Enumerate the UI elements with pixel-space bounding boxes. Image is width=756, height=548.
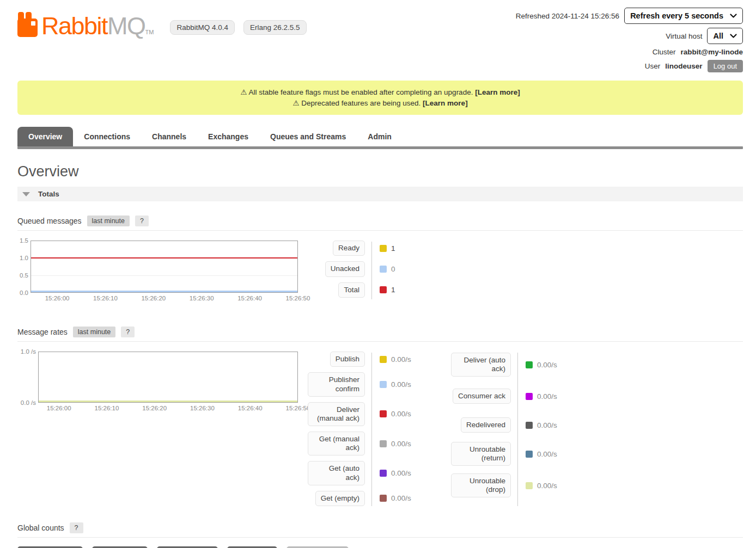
unacked-label[interactable]: Unacked xyxy=(325,261,365,276)
rabbitmq-logo: RabbitMQTM xyxy=(17,12,154,37)
learn-more-link-2[interactable]: [Learn more] xyxy=(423,99,468,107)
user-label: User xyxy=(645,62,661,70)
unroutable-return-label[interactable]: Unroutable (return) xyxy=(451,442,511,466)
chevron-down-icon xyxy=(730,11,737,20)
unacked-value: 0 xyxy=(391,265,395,273)
get-manual-ack-label[interactable]: Get (manual ack) xyxy=(308,432,365,455)
queued-legend-column: Ready 1 Unacked 0 Total xyxy=(308,241,419,305)
queued-range-badge[interactable]: last minute xyxy=(87,215,130,226)
x-tick: 15:26:40 xyxy=(237,295,262,301)
totals-section-header[interactable]: Totals xyxy=(17,187,743,201)
publish-swatch-icon xyxy=(380,356,387,363)
brand-tm: TM xyxy=(145,29,154,35)
get-empty-swatch-icon xyxy=(380,495,387,502)
ready-label[interactable]: Ready xyxy=(333,241,365,256)
queued-messages-chart: 1.5 1.0 0.5 0.0 15:26:00 15:26:10 15:26:… xyxy=(17,241,298,305)
warning-banner: ⚠ All stable feature flags must be enabl… xyxy=(17,81,743,115)
message-rates-chart-row: 1.0 /s 0.0 /s 15:26:00 15:26:10 15:26:20… xyxy=(17,352,743,512)
learn-more-link-1[interactable]: [Learn more] xyxy=(475,88,520,96)
redelivered-swatch-icon xyxy=(526,422,533,429)
refresh-interval-value: Refresh every 5 seconds xyxy=(630,11,723,20)
unacked-line xyxy=(31,291,297,292)
legend-row-publish: Publish 0.00/s xyxy=(308,352,419,367)
unroutable-return-value: 0.00/s xyxy=(537,450,557,458)
total-label[interactable]: Total xyxy=(338,282,365,298)
tab-exchanges[interactable]: Exchanges xyxy=(197,127,259,146)
refresh-interval-select[interactable]: Refresh every 5 seconds xyxy=(624,8,743,24)
tab-connections[interactable]: Connections xyxy=(73,127,141,146)
vhost-select[interactable]: All xyxy=(707,28,743,44)
vhost-value: All xyxy=(713,32,723,40)
cluster-label: Cluster xyxy=(653,48,676,56)
get-auto-ack-label[interactable]: Get (auto ack) xyxy=(308,461,365,485)
queued-messages-header: Queued messages last minute ? xyxy=(17,215,743,231)
rabbitmq-overview-page: RabbitMQTM RabbitMQ 4.0.4 Erlang 26.2.5.… xyxy=(0,0,756,548)
rates-y-axis: 1.0 /s 0.0 /s xyxy=(17,352,38,403)
main-tabs: Overview Connections Channels Exchanges … xyxy=(17,127,743,146)
rates-legend-column-1: Publish 0.00/s Publisher confirm 0.00/s … xyxy=(308,352,419,512)
queued-messages-chart-row: 1.5 1.0 0.5 0.0 15:26:00 15:26:10 15:26:… xyxy=(17,241,743,305)
total-swatch-icon xyxy=(380,286,387,293)
message-rates-legend: Publish 0.00/s Publisher confirm 0.00/s … xyxy=(308,352,565,512)
consumer-ack-value: 0.00/s xyxy=(537,392,557,401)
collapse-caret-icon[interactable] xyxy=(22,192,30,196)
queued-x-axis: 15:26:00 15:26:10 15:26:20 15:26:30 15:2… xyxy=(31,295,298,305)
publisher-confirm-label[interactable]: Publisher confirm xyxy=(308,372,365,396)
tab-admin[interactable]: Admin xyxy=(357,127,403,146)
legend-row-unacked: Unacked 0 xyxy=(308,261,419,276)
chevron-down-icon xyxy=(730,32,737,40)
y-tick: 1.0 /s xyxy=(21,348,36,355)
tab-queues-and-streams[interactable]: Queues and Streams xyxy=(259,127,357,146)
global-counts-help-icon[interactable]: ? xyxy=(70,522,83,533)
publish-label[interactable]: Publish xyxy=(330,352,365,367)
top-bar: RabbitMQTM RabbitMQ 4.0.4 Erlang 26.2.5.… xyxy=(17,8,743,76)
unroutable-drop-label[interactable]: Unroutable (drop) xyxy=(451,473,511,497)
x-tick: 15:26:00 xyxy=(45,295,70,301)
get-empty-label[interactable]: Get (empty) xyxy=(315,491,365,506)
logout-button[interactable]: Log out xyxy=(708,60,743,72)
get-auto-ack-swatch-icon xyxy=(380,470,387,477)
unacked-swatch-icon xyxy=(380,266,387,273)
tab-overview[interactable]: Overview xyxy=(17,127,73,146)
brand-row: RabbitMQTM RabbitMQ 4.0.4 Erlang 26.2.5.… xyxy=(17,8,307,37)
ready-swatch-icon xyxy=(380,245,387,252)
consumer-ack-swatch-icon xyxy=(526,393,533,400)
banner-text-2: ⚠ Deprecated features are being used. xyxy=(292,99,420,107)
message-rates-title: Message rates xyxy=(17,328,68,336)
x-tick: 15:26:20 xyxy=(141,295,166,301)
x-tick: 15:26:50 xyxy=(286,405,310,411)
version-badges: RabbitMQ 4.0.4 Erlang 26.2.5.5 xyxy=(170,20,306,35)
queued-messages-legend: Ready 1 Unacked 0 Total xyxy=(308,241,419,305)
message-rates-header: Message rates last minute ? xyxy=(17,327,743,342)
queued-help-icon[interactable]: ? xyxy=(135,215,149,226)
tab-channels[interactable]: Channels xyxy=(141,127,197,146)
cluster-row: Cluster rabbit@my-linode xyxy=(516,48,743,56)
refresh-row: Refreshed 2024-11-24 15:26:56 Refresh ev… xyxy=(516,8,743,24)
legend-row-get-empty: Get (empty) 0.00/s xyxy=(308,491,419,506)
rates-range-badge[interactable]: last minute xyxy=(73,327,115,337)
total-line xyxy=(31,257,297,258)
redelivered-label[interactable]: Redelivered xyxy=(461,417,511,433)
vhost-row: Virtual host All xyxy=(516,28,743,44)
x-tick: 15:26:40 xyxy=(238,405,263,411)
x-tick: 15:26:30 xyxy=(190,405,215,411)
legend-row-consumer-ack: Consumer ack 0.00/s xyxy=(451,383,565,409)
deliver-auto-ack-label[interactable]: Deliver (auto ack) xyxy=(451,353,511,377)
deliver-auto-ack-swatch-icon xyxy=(526,361,533,368)
redelivered-value: 0.00/s xyxy=(537,421,557,429)
publisher-confirm-value: 0.00/s xyxy=(391,380,411,389)
queued-plot-area xyxy=(31,241,298,293)
queued-messages-title: Queued messages xyxy=(17,217,82,225)
consumer-ack-label[interactable]: Consumer ack xyxy=(453,389,511,404)
status-block: Refreshed 2024-11-24 15:26:56 Refresh ev… xyxy=(516,8,743,76)
legend-row-publisher-confirm: Publisher confirm 0.00/s xyxy=(308,372,419,396)
legend-row-deliver-manual-ack: Deliver (manual ack) 0.00/s xyxy=(308,402,419,426)
y-tick: 0.5 xyxy=(20,272,28,279)
rates-plot-area xyxy=(38,352,298,403)
deliver-manual-ack-label[interactable]: Deliver (manual ack) xyxy=(308,402,365,426)
rates-help-icon[interactable]: ? xyxy=(121,327,135,337)
legend-row-deliver-auto-ack: Deliver (auto ack) 0.00/s xyxy=(451,352,565,378)
x-tick: 15:26:20 xyxy=(142,405,167,411)
rates-x-axis: 15:26:00 15:26:10 15:26:20 15:26:30 15:2… xyxy=(38,405,298,415)
legend-row-unroutable-return: Unroutable (return) 0.00/s xyxy=(451,441,565,467)
